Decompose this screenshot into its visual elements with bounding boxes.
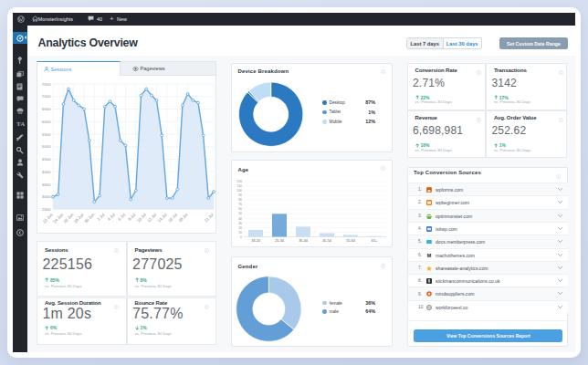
svg-text:22 Jun: 22 Jun bbox=[42, 212, 54, 224]
svg-text:10: 10 bbox=[238, 230, 242, 234]
svg-text:60: 60 bbox=[238, 207, 242, 211]
svg-text:25-34: 25-34 bbox=[275, 239, 284, 243]
svg-text:28 Jun: 28 Jun bbox=[73, 212, 85, 224]
svg-text:65+: 65+ bbox=[372, 239, 378, 243]
svg-text:55-64: 55-64 bbox=[346, 239, 355, 243]
svg-text:24 Jun: 24 Jun bbox=[52, 212, 64, 224]
svg-text:16 Jul: 16 Jul bbox=[167, 213, 178, 224]
svg-text:6 Jul: 6 Jul bbox=[117, 213, 126, 222]
svg-text:30: 30 bbox=[238, 221, 242, 224]
svg-text:TA: TA bbox=[16, 120, 25, 127]
svg-text:12 Jul: 12 Jul bbox=[146, 213, 157, 224]
svg-text:70: 70 bbox=[238, 203, 242, 206]
svg-text:35-44: 35-44 bbox=[299, 239, 308, 243]
svg-text:110: 110 bbox=[237, 184, 243, 188]
svg-text:4 Jul: 4 Jul bbox=[107, 213, 116, 222]
svg-text:2 Jul: 2 Jul bbox=[96, 213, 105, 222]
svg-text:120: 120 bbox=[236, 180, 242, 183]
svg-text:20: 20 bbox=[238, 225, 242, 229]
svg-text:18-24: 18-24 bbox=[251, 239, 260, 243]
svg-text:0: 0 bbox=[240, 235, 242, 238]
svg-text:6500: 6500 bbox=[42, 107, 51, 111]
svg-text:5500: 5500 bbox=[42, 132, 51, 137]
svg-text:18 Jul: 18 Jul bbox=[177, 213, 188, 224]
svg-text:6000: 6000 bbox=[42, 120, 51, 124]
svg-text:80: 80 bbox=[238, 198, 242, 202]
svg-text:4000: 4000 bbox=[42, 170, 51, 174]
svg-text:100: 100 bbox=[236, 189, 242, 193]
svg-text:7000: 7000 bbox=[42, 94, 51, 99]
svg-text:3000: 3000 bbox=[42, 194, 51, 199]
svg-text:21 Jul: 21 Jul bbox=[204, 213, 215, 224]
svg-text:5000: 5000 bbox=[42, 144, 51, 149]
svg-text:40: 40 bbox=[238, 216, 242, 220]
svg-text:30 Jun: 30 Jun bbox=[83, 212, 95, 224]
svg-text:4500: 4500 bbox=[42, 157, 51, 162]
svg-text:14 Jul: 14 Jul bbox=[157, 213, 168, 224]
svg-text:2500: 2500 bbox=[42, 207, 51, 212]
svg-text:M: M bbox=[427, 253, 432, 258]
svg-text:3500: 3500 bbox=[42, 182, 51, 187]
svg-text:45-54: 45-54 bbox=[322, 239, 331, 243]
svg-text:7500: 7500 bbox=[42, 82, 51, 87]
svg-text:10 Jul: 10 Jul bbox=[136, 213, 147, 224]
svg-text:50: 50 bbox=[238, 212, 242, 215]
svg-text:90: 90 bbox=[238, 193, 242, 197]
svg-text:26 Jun: 26 Jun bbox=[63, 212, 75, 224]
